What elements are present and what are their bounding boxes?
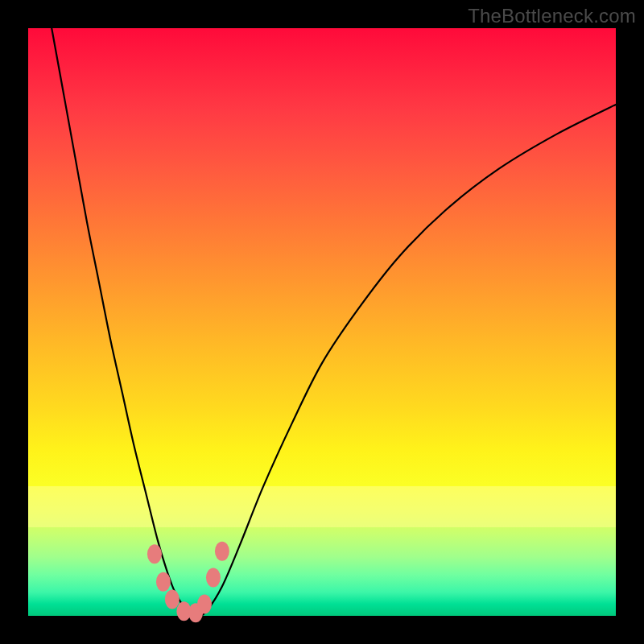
watermark-text: TheBottleneck.com [468,5,636,27]
curve-marker [147,544,162,564]
curve-markers [147,542,229,623]
chart-frame: TheBottleneck.com [0,0,644,644]
curve-marker [197,594,212,613]
bottleneck-curve [52,28,616,616]
plot-area [28,28,616,616]
curve-marker [165,590,180,609]
curve-marker [206,568,221,588]
curve-layer [28,28,616,616]
curve-marker [215,542,229,561]
curve-marker [156,572,171,592]
